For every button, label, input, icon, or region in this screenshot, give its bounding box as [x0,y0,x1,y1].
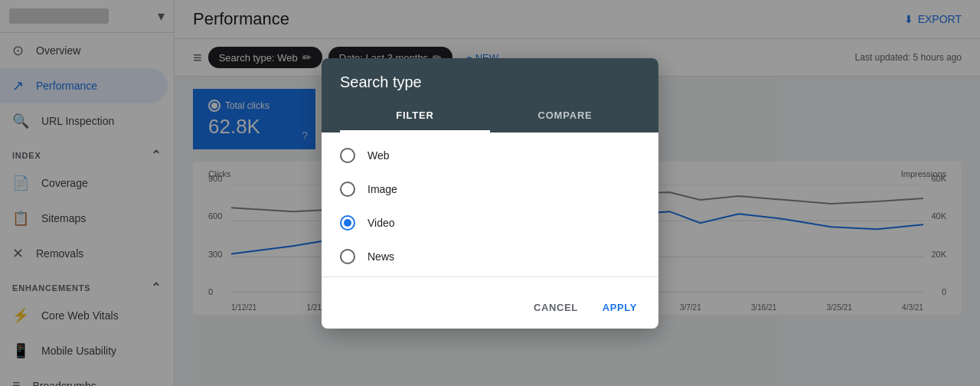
radio-news [340,249,355,264]
option-video[interactable]: Video [322,206,658,240]
dialog-header: Search type FILTER COMPARE [322,58,658,132]
tab-filter-label: FILTER [396,110,433,121]
option-image-label: Image [368,183,397,195]
option-video-label: Video [368,217,395,229]
tab-compare-label: COMPARE [537,110,592,121]
option-news-label: News [368,250,394,263]
cancel-button[interactable]: CANCEL [524,296,587,319]
dialog-tabs: FILTER COMPARE [340,100,640,132]
dialog-footer: CANCEL APPLY [322,286,658,329]
apply-button[interactable]: APPLY [593,296,646,319]
option-news[interactable]: News [322,240,658,273]
radio-video [340,215,355,231]
modal-overlay[interactable]: Search type FILTER COMPARE Web Image [0,0,980,386]
divider [322,276,658,277]
search-type-dialog: Search type FILTER COMPARE Web Image [322,58,658,329]
tab-compare[interactable]: COMPARE [490,100,640,132]
radio-inner-video [344,219,351,227]
option-web-label: Web [368,149,390,162]
dialog-body: Web Image Video News [322,132,658,286]
option-web[interactable]: Web [322,139,658,172]
dialog-title: Search type [340,74,640,91]
tab-filter[interactable]: FILTER [340,100,490,132]
radio-web [340,148,355,163]
radio-image [340,182,355,197]
option-image[interactable]: Image [322,172,658,206]
